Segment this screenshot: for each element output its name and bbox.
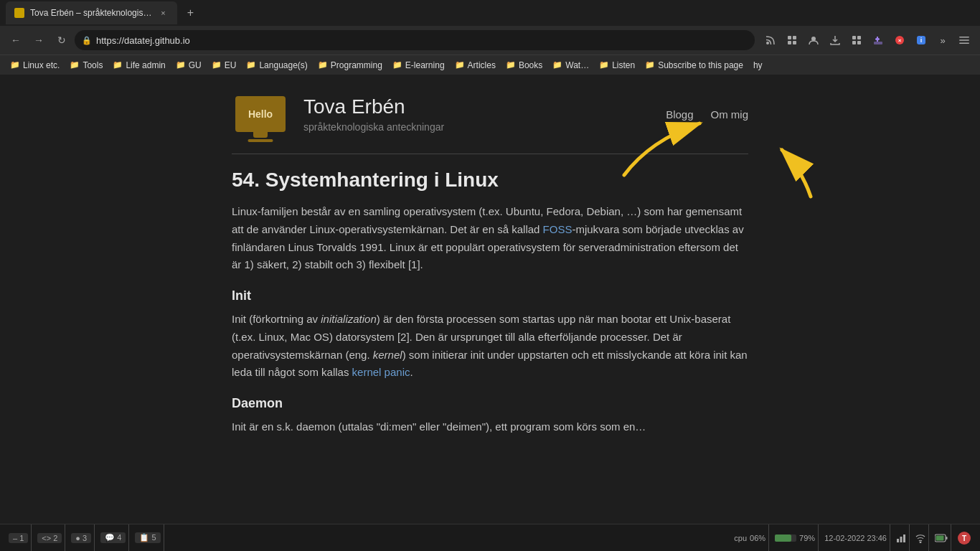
svg-rect-25 (946, 537, 948, 540)
daemon-heading: Daemon (232, 396, 748, 411)
article-title: 54. Systemhantering i Linux (232, 169, 748, 192)
folder-icon: 📁 (176, 60, 186, 70)
bookmark-watch[interactable]: 📁 Wat… (548, 59, 593, 72)
svg-rect-4 (793, 41, 796, 44)
status-item-2: <> 2 (34, 524, 65, 551)
svg-text:×: × (898, 37, 902, 44)
bookmark-eu[interactable]: 📁 EU (207, 59, 241, 72)
bookmark-life-admin[interactable]: 📁 Life admin (108, 59, 169, 72)
svg-point-5 (811, 37, 816, 41)
rss-icon[interactable] (760, 30, 781, 50)
foss-link[interactable]: FOSS (543, 223, 573, 235)
new-tab-button[interactable]: + (180, 3, 200, 23)
svg-rect-7 (857, 36, 861, 39)
forward-button[interactable]: → (29, 30, 49, 50)
site-title-area: Tova Erbén språkteknologiska anteckninga… (303, 95, 651, 133)
lock-icon: 🔒 (82, 36, 92, 45)
cpu-label: cpu (734, 534, 747, 542)
more-extensions-icon[interactable]: » (933, 30, 953, 50)
logo-monitor: Hello (235, 96, 286, 132)
bookmark-label: Linux etc. (23, 60, 60, 70)
bookmark-hy[interactable]: hy (749, 59, 767, 72)
bookmark-e-learning[interactable]: 📁 E-learning (388, 59, 449, 72)
init-para1d-text: . (410, 366, 413, 378)
url-text: https://datatej.github.io (96, 35, 190, 46)
svg-point-23 (920, 542, 921, 543)
page-content: Hello Tova Erbén språkteknologiska antec… (0, 75, 980, 524)
tab-bar: Tova Erbén – språkteknologis… × + (0, 0, 980, 26)
reload-button[interactable]: ↻ (52, 30, 72, 50)
site-navigation: Blogg Om mig (666, 108, 748, 121)
bookmark-tools[interactable]: 📁 Tools (65, 59, 107, 72)
back-button[interactable]: ← (6, 30, 26, 50)
svg-rect-9 (857, 41, 861, 44)
bookmark-gu[interactable]: 📁 GU (171, 59, 206, 72)
svg-rect-10 (874, 42, 882, 44)
site-title: Tova Erbén (303, 95, 651, 118)
blue-extension-icon[interactable]: i (911, 30, 931, 50)
folder-icon: 📁 (455, 60, 465, 70)
status-badge-5[interactable]: 📋 5 (135, 532, 160, 543)
svg-rect-17 (959, 43, 969, 44)
svg-rect-16 (959, 39, 969, 41)
folder-icon: 📁 (392, 60, 402, 70)
browser-menu-button[interactable] (954, 30, 974, 50)
svg-rect-15 (959, 37, 969, 38)
svg-point-0 (766, 42, 769, 44)
init-heading: Init (232, 288, 748, 303)
bookmark-listen[interactable]: 📁 Listen (595, 59, 639, 72)
status-badge-2[interactable]: <> 2 (37, 533, 62, 543)
address-bar[interactable]: 🔒 https://datatej.github.io (75, 30, 755, 50)
bookmark-books[interactable]: 📁 Books (501, 59, 547, 72)
tab-title: Tova Erbén – språkteknologis… (30, 8, 151, 18)
folder-icon: 📁 (10, 60, 20, 70)
tab-close-button[interactable]: × (157, 7, 169, 19)
active-tab[interactable]: Tova Erbén – språkteknologis… × (6, 1, 177, 24)
status-item-4: 💬 4 (98, 524, 129, 551)
folder-icon: 📁 (599, 60, 609, 70)
svg-rect-6 (852, 36, 856, 39)
nav-about-link[interactable]: Om mig (711, 108, 749, 121)
logo-hello-text: Hello (248, 108, 273, 120)
nav-blog-link[interactable]: Blogg (666, 108, 693, 121)
cpu-status: cpu 06% (731, 524, 769, 551)
initialization-italic: initialization (321, 313, 377, 325)
folder-icon: 📁 (552, 60, 562, 70)
folder-icon: 📁 (70, 60, 80, 70)
article-container: 54. Systemhantering i Linux Linux-familj… (232, 154, 748, 465)
bookmark-subscribe[interactable]: 📁 Subscribe to this page (641, 59, 748, 72)
article-paragraph-1: Linux-familjen består av en samling oper… (232, 203, 748, 274)
folder-icon: 📁 (212, 60, 222, 70)
svg-rect-21 (900, 537, 903, 542)
init-para1-text: Init (förkortning av (232, 313, 321, 325)
bookmark-linux-etc[interactable]: 📁 Linux etc. (6, 59, 64, 72)
kernel-panic-link[interactable]: kernel panic (352, 366, 410, 378)
folder-icon: 📁 (113, 60, 123, 70)
profile-icon[interactable] (804, 30, 824, 50)
grid-icon[interactable] (782, 30, 802, 50)
main-scroll: Hello Tova Erbén språkteknologiska antec… (0, 75, 980, 524)
bookmark-programming[interactable]: 📁 Programming (314, 59, 387, 72)
bookmarks-bar: 📁 Linux etc. 📁 Tools 📁 Life admin 📁 GU 📁… (0, 55, 980, 75)
bookmark-label: Programming (331, 60, 382, 70)
download-icon[interactable] (825, 30, 845, 50)
puzzle-icon[interactable] (868, 30, 888, 50)
datetime-value: 12-02-2022 23:46 (824, 534, 887, 542)
extensions-icon[interactable] (847, 30, 867, 50)
site-header: Hello Tova Erbén språkteknologiska antec… (232, 75, 748, 154)
bookmark-articles[interactable]: 📁 Articles (451, 59, 500, 72)
svg-rect-2 (793, 36, 796, 39)
status-badge-3[interactable]: ● 3 (71, 533, 91, 543)
bookmark-label: Subscribe to this page (658, 60, 743, 70)
navigation-bar: ← → ↻ 🔒 https://datatej.github.io (0, 26, 980, 55)
status-badge-4[interactable]: 💬 4 (100, 532, 126, 543)
folder-icon: 📁 (246, 60, 256, 70)
folder-icon: 📁 (318, 60, 328, 70)
folder-icon: 📁 (645, 60, 655, 70)
datetime-status: 12-02-2022 23:46 (821, 524, 890, 551)
status-badge-1[interactable]: – 1 (9, 533, 28, 543)
bookmark-label: E-learning (405, 60, 445, 70)
red-extension-icon[interactable]: × (890, 30, 910, 50)
bookmark-languages[interactable]: 📁 Language(s) (242, 59, 311, 72)
svg-rect-19 (775, 534, 791, 542)
